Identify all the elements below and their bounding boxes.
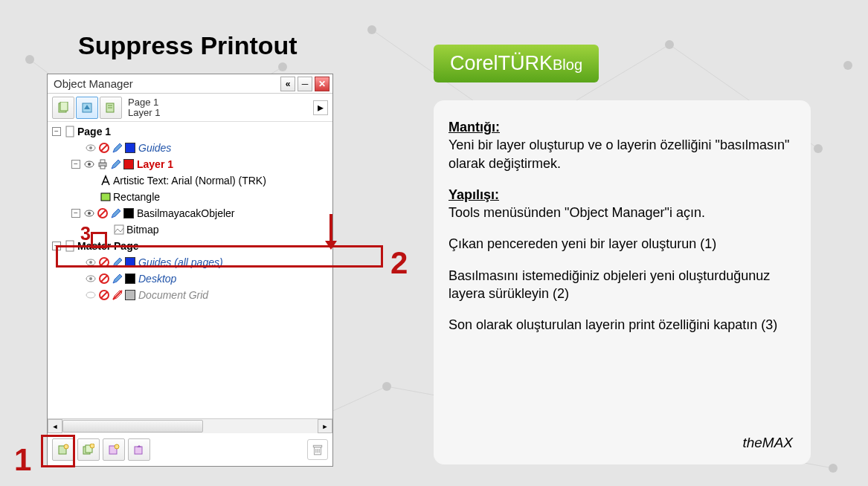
svg-line-40 bbox=[100, 210, 106, 216]
svg-point-61 bbox=[115, 444, 119, 449]
eye-icon[interactable] bbox=[85, 273, 97, 285]
pencil-icon[interactable] bbox=[110, 158, 122, 170]
noprint-icon[interactable] bbox=[97, 207, 109, 219]
eye-icon[interactable] bbox=[83, 158, 95, 170]
svg-line-30 bbox=[101, 145, 107, 151]
svg-point-28 bbox=[89, 146, 92, 149]
svg-point-59 bbox=[90, 444, 94, 448]
collapse-button[interactable]: « bbox=[280, 77, 295, 91]
horizontal-scrollbar[interactable]: ◄ ► bbox=[48, 418, 332, 433]
tree-label: Guides bbox=[138, 142, 171, 154]
svg-point-13 bbox=[665, 40, 674, 49]
svg-point-8 bbox=[25, 55, 34, 64]
pencil-icon[interactable] bbox=[112, 142, 123, 154]
noedit-icon[interactable] bbox=[112, 289, 123, 301]
tree-label: Document Grid bbox=[138, 289, 208, 301]
tree-artistic-text[interactable]: Artistic Text: Arial (Normal) (TRK) bbox=[48, 172, 332, 189]
svg-point-38 bbox=[88, 212, 91, 215]
eye-off-icon[interactable] bbox=[85, 289, 97, 301]
tree-desktop[interactable]: Desktop bbox=[48, 270, 332, 287]
svg-rect-34 bbox=[100, 160, 105, 163]
color-swatch[interactable] bbox=[125, 273, 135, 284]
color-swatch[interactable] bbox=[125, 290, 135, 300]
svg-line-53 bbox=[101, 292, 107, 298]
object-manager-panel: Object Manager « ─ ✕ Page 1 Layer 1 ▸ − … bbox=[47, 74, 333, 467]
paragraph-1: Yeni bir layer oluşturup ve o layerin öz… bbox=[449, 137, 789, 170]
eye-icon[interactable] bbox=[85, 142, 97, 154]
svg-point-19 bbox=[843, 61, 852, 70]
paragraph-2: Tools menüsünden "Object Manager"i açın. bbox=[449, 205, 705, 220]
current-layer: Layer 1 bbox=[128, 108, 160, 118]
object-tree[interactable]: − Page 1 Guides − Layer 1 bbox=[48, 122, 332, 418]
panel-header: Object Manager « ─ ✕ bbox=[48, 74, 332, 94]
new-master-layer-button[interactable] bbox=[77, 438, 100, 461]
page-icon bbox=[64, 126, 76, 137]
tree-label: Layer 1 bbox=[137, 158, 173, 170]
svg-point-11 bbox=[367, 25, 376, 34]
svg-rect-64 bbox=[313, 445, 321, 447]
pencil-icon[interactable] bbox=[112, 273, 123, 285]
move-to-layer-button[interactable] bbox=[128, 438, 150, 461]
minimize-button[interactable]: ─ bbox=[298, 77, 312, 91]
tree-guides[interactable]: Guides bbox=[48, 140, 332, 156]
paragraph-4: Basılmasını istemediğiniz objeleri yeni … bbox=[449, 267, 796, 303]
show-object-properties-button[interactable] bbox=[100, 97, 122, 119]
expand-toggle[interactable]: − bbox=[71, 209, 80, 218]
svg-rect-35 bbox=[100, 166, 105, 169]
tree-label: Bitmap bbox=[126, 224, 159, 236]
flyout-button[interactable]: ▸ bbox=[313, 100, 328, 115]
color-swatch[interactable] bbox=[123, 159, 134, 169]
paragraph-5: Son olarak oluşturulan layerin print öze… bbox=[449, 316, 796, 334]
scroll-thumb[interactable] bbox=[62, 420, 203, 432]
brand-badge: CorelTÜRKBlog bbox=[434, 45, 599, 82]
brand-sub: Blog bbox=[553, 56, 582, 73]
callout-box-1 bbox=[41, 435, 75, 467]
close-button[interactable]: ✕ bbox=[315, 77, 329, 91]
color-swatch[interactable] bbox=[123, 208, 134, 218]
scroll-right-button[interactable]: ► bbox=[318, 419, 332, 433]
scroll-track[interactable] bbox=[62, 419, 318, 433]
tree-page-1[interactable]: − Page 1 bbox=[48, 123, 332, 140]
callout-box-3 bbox=[91, 232, 107, 248]
svg-point-14 bbox=[814, 144, 823, 153]
heading-2: Yapılışı: bbox=[449, 187, 499, 202]
signature: theMAX bbox=[742, 433, 793, 453]
panel-toolbar-bottom bbox=[48, 433, 332, 466]
heading-1: Mantığı: bbox=[449, 120, 500, 135]
pencil-icon[interactable] bbox=[110, 207, 122, 219]
tree-label: Artistic Text: Arial (Normal) (TRK) bbox=[113, 175, 266, 187]
svg-rect-21 bbox=[60, 102, 68, 111]
panel-toolbar-top: Page 1 Layer 1 ▸ bbox=[48, 94, 332, 122]
layer-manager-view-button[interactable] bbox=[76, 97, 98, 119]
svg-point-51 bbox=[86, 292, 95, 298]
color-swatch[interactable] bbox=[125, 143, 135, 153]
svg-point-18 bbox=[829, 464, 838, 473]
scroll-left-button[interactable]: ◄ bbox=[48, 419, 62, 433]
svg-line-50 bbox=[101, 276, 107, 282]
printer-icon[interactable] bbox=[97, 158, 109, 170]
svg-rect-26 bbox=[66, 126, 74, 137]
expand-toggle[interactable]: − bbox=[71, 160, 80, 169]
tree-noprint-layer[interactable]: − BasilmayacakObjeler bbox=[48, 205, 332, 221]
svg-line-54 bbox=[113, 291, 122, 299]
noprint-icon[interactable] bbox=[98, 289, 110, 301]
tree-rectangle[interactable]: Rectangle bbox=[48, 189, 332, 205]
noprint-icon[interactable] bbox=[98, 142, 110, 154]
delete-button[interactable] bbox=[307, 439, 328, 460]
tree-document-grid[interactable]: Document Grid bbox=[48, 287, 332, 303]
svg-rect-36 bbox=[101, 193, 110, 201]
new-master-layer-all-button[interactable] bbox=[103, 438, 125, 461]
svg-rect-62 bbox=[135, 447, 142, 454]
tree-layer-1[interactable]: − Layer 1 bbox=[48, 156, 332, 172]
tree-label: Page 1 bbox=[77, 126, 111, 137]
noprint-icon[interactable] bbox=[98, 273, 110, 285]
eye-icon[interactable] bbox=[83, 207, 95, 219]
callout-3: 3 bbox=[80, 223, 91, 244]
page-title: Suppress Printout bbox=[78, 31, 298, 60]
svg-point-48 bbox=[89, 277, 92, 280]
show-pages-button[interactable] bbox=[52, 97, 74, 119]
current-page: Page 1 bbox=[128, 97, 160, 108]
tree-label: Desktop bbox=[138, 273, 176, 285]
expand-toggle[interactable]: − bbox=[52, 127, 61, 136]
tree-label: Rectangle bbox=[113, 191, 160, 203]
